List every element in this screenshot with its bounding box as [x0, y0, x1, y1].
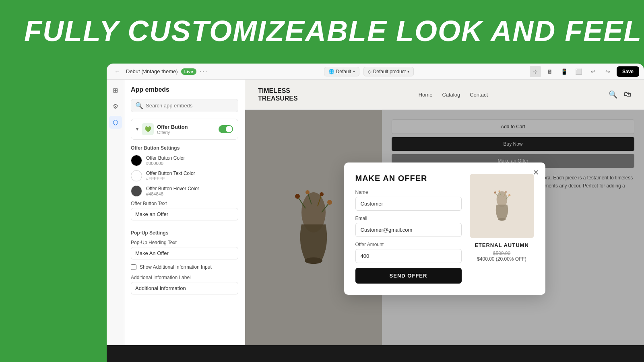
default-view-select[interactable]: 🌐 Default ▾ — [324, 67, 359, 76]
product-select[interactable]: ◇ Default product ▾ — [363, 67, 414, 76]
product-icon: ◇ — [368, 69, 372, 74]
chevron-down-icon-2: ▾ — [407, 69, 409, 74]
theme-name-label: Debut (vintage theme) — [126, 68, 178, 74]
modal-vase-svg — [486, 190, 518, 222]
toolbar-center: 🌐 Default ▾ ◇ Default product ▾ — [212, 67, 526, 76]
live-badge: Live — [181, 68, 196, 75]
globe-icon: 🌐 — [328, 69, 334, 74]
nav-catalog[interactable]: Catalog — [442, 92, 460, 98]
modal-product-name: ETERNAL AUTUMN — [470, 242, 534, 248]
name-field-label: Name — [355, 189, 462, 195]
hover-color-name: Offer Button Hover Color — [146, 186, 199, 191]
redo-icon[interactable]: ↪ — [602, 66, 613, 77]
popup-heading-input[interactable] — [131, 247, 238, 259]
offer-button-name: Offer Button — [157, 124, 215, 130]
laptop-container: ← Debut (vintage theme) Live ··· 🌐 Defau… — [107, 64, 644, 362]
store-nav-icons: 🔍 🛍 — [609, 90, 631, 99]
toolbar-right: ⊹ 🖥 📱 ⬜ ↩ ↪ Save — [530, 66, 639, 77]
hover-color-info: Offer Button Hover Color #484848 — [146, 186, 199, 196]
store-content: Add to Cart Buy Now Make an Offer Petrif… — [245, 110, 644, 345]
show-additional-info-row[interactable]: Show Additional Information Input — [131, 264, 238, 270]
back-icon[interactable]: ← — [111, 66, 123, 77]
offer-item-header: ▾ 💚 Offer Button Offerly — [131, 119, 238, 139]
show-additional-label: Show Additional Information Input — [140, 264, 212, 270]
text-color-swatch[interactable] — [131, 170, 142, 181]
modal-close-button[interactable]: ✕ — [533, 168, 539, 177]
email-field-label: Email — [355, 216, 462, 221]
search-bar[interactable]: 🔍 — [131, 99, 238, 112]
search-input[interactable] — [146, 103, 234, 109]
offer-button-item: ▾ 💚 Offer Button Offerly — [131, 119, 238, 140]
store-header: TIMELESS TREASURES Home Catalog Contact … — [245, 80, 644, 110]
modal-product-card: ETERNAL AUTUMN $500.00 $400.00 (20.00% O… — [470, 174, 534, 284]
offer-amount-label: Offer Amount — [355, 242, 462, 247]
product-label: Default product — [373, 69, 406, 74]
modal-product-image — [470, 174, 534, 238]
popup-heading-label: Pop-Up Heading Text — [131, 240, 238, 245]
hover-color-value: #484848 — [146, 191, 199, 196]
blocks-icon[interactable]: ⬡ — [109, 116, 122, 129]
desktop-icon[interactable]: 🖥 — [544, 66, 555, 77]
hover-color-row[interactable]: Offer Button Hover Color #484848 — [131, 185, 238, 197]
modal-left: MAKE AN OFFER Name Email Offer Amount SE… — [355, 174, 462, 284]
browser-toolbar: ← Debut (vintage theme) Live ··· 🌐 Defau… — [107, 64, 644, 80]
toolbar-dots[interactable]: ··· — [200, 67, 208, 76]
button-text-label: Offer Button Text — [131, 201, 238, 206]
search-nav-icon[interactable]: 🔍 — [609, 90, 617, 99]
name-field[interactable] — [355, 197, 462, 211]
svg-point-16 — [494, 191, 496, 193]
save-button[interactable]: Save — [617, 66, 639, 77]
send-offer-button[interactable]: SEND OFFER — [355, 268, 462, 284]
store-nav: Home Catalog Contact — [419, 92, 488, 98]
button-color-row[interactable]: Offer Button Color #000000 — [131, 155, 238, 166]
modal-original-price: $500.00 — [470, 251, 534, 256]
search-icon: 🔍 — [135, 102, 143, 109]
tablet-icon[interactable]: ⬜ — [573, 66, 584, 77]
default-label: Default — [336, 69, 351, 74]
settings-icon[interactable]: ⚙ — [109, 100, 122, 113]
settings-section-label: Offer Button Settings — [131, 145, 238, 151]
popup-section-label: Pop-Up Settings — [131, 230, 238, 236]
offer-button-subtitle: Offerly — [157, 130, 215, 135]
offer-button-icon: 💚 — [142, 123, 154, 135]
button-color-info: Offer Button Color #000000 — [146, 155, 185, 166]
additional-info-input[interactable] — [131, 282, 238, 294]
pointer-icon[interactable]: ⊹ — [530, 66, 541, 77]
button-color-name: Offer Button Color — [146, 155, 185, 161]
offer-button-toggle[interactable] — [219, 125, 233, 133]
panel-title: App embeds — [131, 86, 238, 93]
svg-point-19 — [508, 194, 510, 196]
svg-point-18 — [505, 191, 507, 193]
modal-discounted-price: $400.00 (20.00% OFF) — [470, 256, 534, 262]
editor-main: ⊞ ⚙ ⬡ App embeds 🔍 ▾ 💚 Offer Button Offe… — [107, 80, 644, 345]
collapse-button[interactable]: ▾ — [136, 126, 138, 132]
cart-nav-icon[interactable]: 🛍 — [624, 90, 631, 99]
left-panel: App embeds 🔍 ▾ 💚 Offer Button Offerly — [124, 80, 245, 345]
mobile-icon[interactable]: 📱 — [559, 66, 570, 77]
button-color-swatch[interactable] — [131, 155, 142, 166]
button-text-input[interactable] — [131, 208, 238, 220]
modal-overlay[interactable]: ✕ MAKE AN OFFER Name Email Offer Amount … — [245, 110, 644, 345]
text-color-name: Offer Button Text Color — [146, 171, 195, 176]
svg-point-11 — [498, 218, 506, 221]
hover-color-swatch[interactable] — [131, 185, 142, 197]
layout-icon[interactable]: ⊞ — [109, 84, 122, 97]
nav-contact[interactable]: Contact — [470, 92, 488, 98]
hero-title: FULLY CUSTOMIZEABLE LOOK AND FEEL — [24, 15, 642, 47]
undo-icon[interactable]: ↩ — [588, 66, 599, 77]
preview-area: TIMELESS TREASURES Home Catalog Contact … — [245, 80, 644, 345]
nav-home[interactable]: Home — [419, 92, 433, 98]
email-field[interactable] — [355, 223, 462, 237]
show-additional-checkbox[interactable] — [131, 264, 136, 270]
chevron-down-icon: ▾ — [353, 69, 355, 74]
offer-amount-field[interactable] — [355, 249, 462, 263]
modal-box: ✕ MAKE AN OFFER Name Email Offer Amount … — [344, 162, 545, 295]
button-color-value: #000000 — [146, 161, 185, 166]
text-color-value: #FFFFFF — [146, 176, 195, 181]
text-color-info: Offer Button Text Color #FFFFFF — [146, 171, 195, 181]
svg-point-17 — [498, 190, 500, 192]
additional-info-field-label: Additional Information Label — [131, 275, 238, 280]
store-logo: TIMELESS TREASURES — [258, 87, 298, 102]
sidebar-icons: ⊞ ⚙ ⬡ — [107, 80, 124, 345]
text-color-row[interactable]: Offer Button Text Color #FFFFFF — [131, 170, 238, 181]
